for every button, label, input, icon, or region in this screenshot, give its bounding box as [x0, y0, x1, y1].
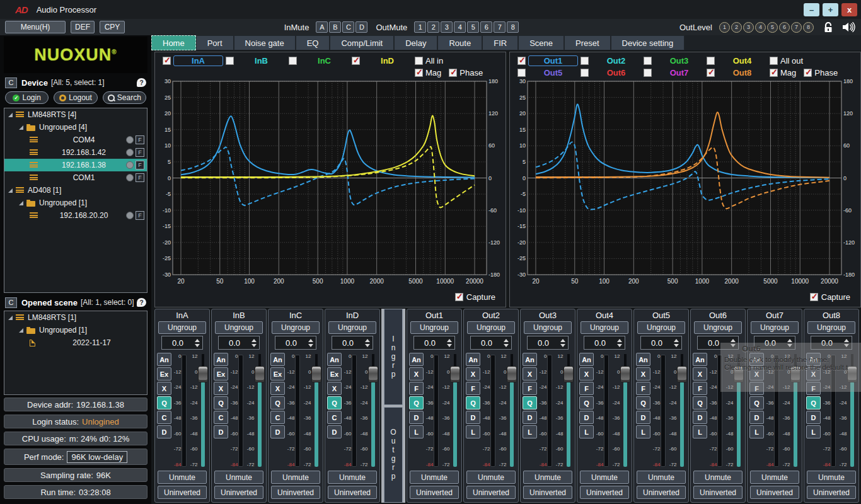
close-button[interactable]: x [841, 3, 857, 16]
spinner-up-icon[interactable] [308, 339, 313, 342]
unmute-button[interactable]: Unmute [807, 471, 856, 484]
process-button-q[interactable]: Q [270, 396, 285, 410]
outlevel-circle-1[interactable]: 1 [719, 22, 730, 33]
expander-icon[interactable] [8, 113, 13, 117]
outlevel-circle-5[interactable]: 5 [767, 22, 778, 33]
ungroup-button[interactable]: Ungroup [751, 321, 799, 334]
inmute-button-A[interactable]: A [316, 21, 328, 33]
process-button-x[interactable]: X [157, 382, 171, 395]
spinner-arrows[interactable] [307, 339, 315, 347]
minimize-button[interactable]: – [804, 3, 819, 16]
ungroup-button[interactable]: Ungroup [637, 321, 685, 334]
process-button-d[interactable]: D [409, 411, 424, 424]
process-button-d[interactable]: D [636, 411, 650, 424]
process-button-an[interactable]: An [157, 353, 171, 366]
process-button-q[interactable]: Q [693, 396, 707, 410]
capture-checkbox[interactable]: ✓ [810, 293, 818, 301]
process-button-l[interactable]: L [693, 425, 707, 438]
ungroup-button[interactable]: Ungroup [694, 321, 742, 334]
unmute-button[interactable]: Unmute [410, 471, 459, 484]
legend-label-out6[interactable]: Out6 [589, 68, 644, 77]
gain-spinner[interactable]: 0.0 [470, 336, 512, 350]
spinner-down-icon[interactable] [308, 344, 313, 347]
process-button-q[interactable]: Q [214, 396, 228, 410]
unmute-button[interactable]: Unmute [466, 471, 516, 484]
login-button[interactable]: ✓Login [5, 91, 49, 104]
process-button-d[interactable]: D [214, 425, 228, 438]
unmute-button[interactable]: Unmute [214, 471, 263, 484]
tab-noise-gate[interactable]: Noise gate [234, 35, 296, 50]
fader-knob[interactable] [620, 366, 630, 382]
process-button-x[interactable]: X [693, 367, 707, 381]
spinner-up-icon[interactable] [560, 339, 565, 342]
process-button-ex[interactable]: Ex [270, 367, 285, 381]
fader[interactable] [368, 353, 378, 469]
process-button-an[interactable]: An [693, 353, 707, 366]
process-button-c[interactable]: C [214, 411, 228, 424]
process-button-an[interactable]: An [636, 353, 650, 366]
fader[interactable] [450, 353, 459, 469]
process-button-d[interactable]: D [579, 411, 594, 424]
lock-icon[interactable] [824, 22, 833, 33]
Out5-checkbox[interactable] [517, 69, 526, 77]
uninverted-button[interactable]: Uninverted [214, 486, 263, 499]
process-button-x[interactable]: X [636, 367, 650, 381]
gain-spinner[interactable]: 0.0 [275, 336, 316, 350]
Out2-checkbox[interactable] [581, 57, 589, 65]
InB-checkbox[interactable] [226, 57, 234, 65]
all-out-checkbox[interactable] [770, 57, 778, 65]
gain-spinner[interactable]: 0.0 [218, 336, 260, 350]
expander-icon[interactable] [19, 125, 23, 130]
process-button-l[interactable]: L [409, 425, 424, 438]
process-button-d[interactable]: D [466, 411, 480, 424]
process-button-q[interactable]: Q [466, 396, 480, 410]
tree-item-ungrouped-1-[interactable]: Ungrouped [1] [4, 324, 147, 336]
process-button-f[interactable]: F [409, 382, 424, 395]
gain-spinner[interactable]: 0.0 [640, 336, 682, 350]
unmute-button[interactable]: Unmute [328, 471, 377, 484]
spinner-up-icon[interactable] [365, 339, 370, 342]
process-button-q[interactable]: Q [523, 396, 537, 410]
outlevel-circle-6[interactable]: 6 [779, 22, 790, 33]
fader-knob[interactable] [450, 366, 460, 382]
Out3-checkbox[interactable] [644, 57, 652, 65]
spinner-arrows[interactable] [502, 339, 510, 347]
process-button-l[interactable]: L [579, 425, 594, 438]
spinner-down-icon[interactable] [674, 344, 679, 347]
process-button-d[interactable]: D [327, 425, 342, 438]
uninverted-button[interactable]: Uninverted [410, 486, 459, 499]
process-button-l[interactable]: L [523, 425, 537, 438]
outlevel-circle-4[interactable]: 4 [755, 22, 766, 33]
f-button[interactable]: F [136, 148, 144, 157]
fader-knob[interactable] [677, 366, 687, 382]
cpy-button[interactable]: CPY [100, 21, 125, 33]
process-button-d[interactable]: D [806, 411, 821, 424]
uninverted-button[interactable]: Uninverted [750, 486, 799, 499]
out-grp-button[interactable]: Outgrp [384, 407, 403, 503]
process-button-l[interactable]: L [806, 425, 821, 438]
unmute-button[interactable]: Unmute [158, 471, 207, 484]
fader-knob[interactable] [563, 366, 574, 382]
spinner-down-icon[interactable] [447, 344, 452, 347]
inmute-button-D[interactable]: D [355, 21, 367, 33]
process-button-q[interactable]: Q [749, 396, 764, 410]
Out8-checkbox[interactable]: ✓ [707, 69, 715, 77]
gain-spinner[interactable]: 0.0 [584, 336, 625, 350]
spinner-up-icon[interactable] [504, 339, 509, 342]
status-value[interactable]: 96K low-delay [67, 451, 127, 463]
tree-item-192-168-20-20[interactable]: 192.168.20.20F [4, 209, 147, 222]
mag-checkbox[interactable]: ✓ [415, 69, 423, 77]
tab-home[interactable]: Home [151, 35, 196, 50]
spinner-down-icon[interactable] [504, 344, 509, 347]
process-button-x[interactable]: X [327, 382, 342, 395]
tab-comp-limit[interactable]: Comp/Limit [330, 35, 394, 50]
Out6-checkbox[interactable] [581, 69, 589, 77]
legend-label-ind[interactable]: InD [360, 56, 415, 66]
tree-item-com1[interactable]: COM1F [4, 171, 147, 184]
spinner-arrows[interactable] [194, 339, 201, 347]
spinner-down-icon[interactable] [560, 344, 565, 347]
fader[interactable] [563, 353, 573, 469]
process-button-x[interactable]: X [579, 367, 594, 381]
menu-button[interactable]: Menu(H) [5, 21, 66, 33]
process-button-ex[interactable]: Ex [157, 367, 171, 381]
